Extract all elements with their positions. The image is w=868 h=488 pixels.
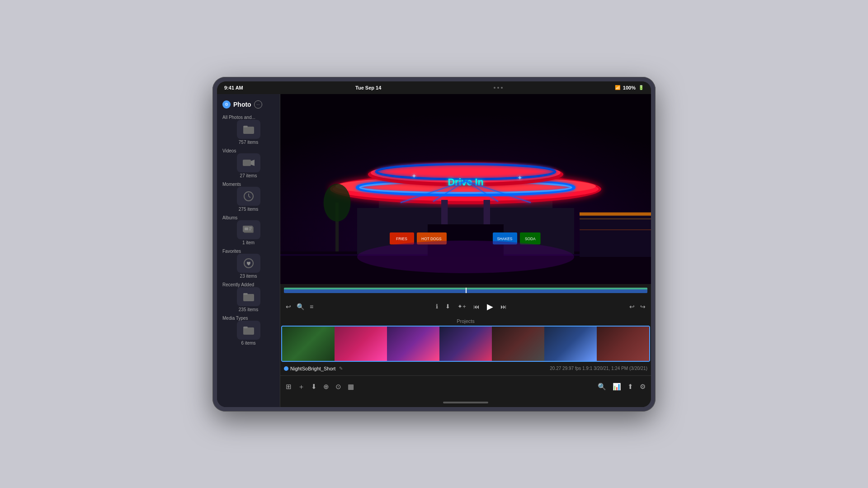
svg-rect-49 (580, 213, 651, 257)
sidebar-item-all-photos[interactable]: All Photos and... 757 items (217, 113, 280, 147)
project-meta: 20.27 29.97 fps 1.9:1 3/20/21, 1:24 PM (… (550, 366, 647, 371)
albums-icon-box (237, 220, 260, 239)
sidebar-item-videos[interactable]: Videos 27 items (217, 147, 280, 180)
videos-count: 27 items (240, 173, 257, 178)
transport-right: ↩ ↪ (629, 303, 646, 310)
all-photos-label: All Photos and... (221, 115, 276, 120)
svg-text:SODA: SODA (525, 236, 536, 241)
battery-percent: 100% (623, 85, 636, 90)
video-icon (243, 159, 255, 167)
media-folder-icon (243, 326, 254, 335)
sidebar-item-moments[interactable]: Moments 275 items (217, 180, 280, 213)
filmstrip[interactable] (281, 326, 650, 362)
status-dots (494, 87, 503, 89)
skip-to-end-button[interactable]: ⏭ (500, 303, 507, 310)
sidebar: ⚙ Photo ··· All Photos and... 757 items (217, 94, 280, 407)
timeline-playhead[interactable] (466, 288, 467, 293)
info-button[interactable]: ℹ (436, 303, 438, 310)
svg-marker-3 (251, 160, 255, 166)
bottom-left-tools: ⊞ ＋ ⬇ ⊕ ⊙ ▦ (286, 383, 354, 391)
svg-text:HOT DOGS: HOT DOGS (421, 236, 442, 241)
back-button[interactable]: ↩ (286, 303, 291, 310)
more-tools-button[interactable]: ▦ (348, 383, 354, 391)
ipad-screen: 9:41 AM Tue Sep 14 📶 100% 🔋 ⚙ Photo ··· (217, 81, 651, 407)
media-types-label: Media Types (221, 316, 276, 321)
svg-rect-11 (249, 229, 251, 230)
all-photos-count: 757 items (239, 140, 258, 145)
settings-button[interactable]: ⚙ (640, 383, 646, 391)
sidebar-item-recently-added[interactable]: Recently Added 235 items (217, 280, 280, 314)
folder-icon (243, 125, 254, 134)
svg-rect-13 (243, 294, 254, 301)
filmstrip-frame-5 (492, 327, 544, 361)
timeline-area[interactable] (280, 284, 651, 297)
svg-point-57 (324, 184, 351, 222)
project-name: NightSoBright_Short (290, 366, 335, 371)
svg-rect-2 (243, 160, 251, 166)
skip-to-start-button[interactable]: ⏮ (473, 303, 480, 310)
sidebar-more-button[interactable]: ··· (254, 100, 262, 109)
recently-added-count: 235 items (239, 307, 258, 312)
transport-left: ↩ 🔍 ≡ (286, 303, 313, 310)
sidebar-item-media-types[interactable]: Media Types 6 items (217, 314, 280, 347)
copy-button[interactable]: ⊕ (323, 383, 329, 391)
svg-text:Drive In: Drive In (448, 176, 483, 187)
status-date: Tue Sep 14 (355, 85, 381, 90)
battery-icon: 🔋 (638, 85, 644, 90)
sidebar-item-favorites[interactable]: Favorites 23 items (217, 247, 280, 280)
library-button[interactable]: ⊞ (286, 383, 292, 391)
video-preview: Drive In (280, 94, 651, 284)
clock-icon (243, 191, 254, 202)
recently-added-label: Recently Added (221, 282, 276, 287)
add-clip-button[interactable]: ✦+ (458, 303, 466, 310)
favorites-icon-box (237, 254, 260, 273)
recently-added-icon-box (237, 287, 260, 306)
filmstrip-frame-4 (439, 327, 492, 361)
filmstrip-frame-6 (544, 327, 597, 361)
filmstrip-frames (282, 327, 649, 361)
videos-label: Videos (221, 148, 276, 153)
project-info-bar: NightSoBright_Short ✎ 20.27 29.97 fps 1.… (280, 362, 651, 375)
status-right: 📶 100% 🔋 (615, 85, 644, 90)
filmstrip-frame-1 (282, 327, 335, 361)
undo-button[interactable]: ↩ (629, 303, 635, 310)
search-button[interactable]: 🔍 (297, 303, 304, 310)
share-button[interactable]: ⬆ (627, 383, 633, 391)
add-button[interactable]: ＋ (298, 383, 305, 391)
moments-label: Moments (221, 182, 276, 187)
albums-label: Albums (221, 215, 276, 220)
svg-text:SHAKES: SHAKES (497, 236, 512, 241)
sidebar-item-albums[interactable]: Albums 1 item (217, 213, 280, 247)
search-tool-button[interactable]: 🔍 (598, 383, 606, 391)
status-time: 9:41 AM (224, 85, 243, 90)
svg-point-55 (357, 241, 574, 273)
video-frame: Drive In (280, 94, 651, 284)
albums-count: 1 item (242, 240, 255, 245)
status-bar: 9:41 AM Tue Sep 14 📶 100% 🔋 (217, 81, 651, 94)
download-button[interactable]: ⬇ (445, 303, 450, 310)
transport-bar: ↩ 🔍 ≡ ℹ ⬇ ✦+ ⏮ ▶ ⏭ ↩ ↪ (280, 297, 651, 317)
filmstrip-frame-7 (597, 327, 649, 361)
home-indicator (280, 398, 651, 407)
sidebar-header: ⚙ Photo ··· (217, 98, 280, 113)
bottom-toolbar: ⊞ ＋ ⬇ ⊕ ⊙ ▦ 🔍 📊 ⬆ ⚙ (280, 375, 651, 398)
home-bar (443, 402, 488, 403)
stats-button[interactable]: 📊 (613, 383, 621, 391)
svg-rect-50 (580, 212, 651, 215)
recently-folder-icon (243, 292, 254, 301)
svg-text:✦: ✦ (411, 172, 417, 180)
all-photos-icon-box (237, 120, 260, 139)
play-button[interactable]: ▶ (487, 302, 493, 312)
album-icon (243, 225, 255, 235)
svg-rect-15 (243, 327, 254, 335)
svg-rect-10 (249, 227, 252, 228)
filmstrip-frame-3 (387, 327, 439, 361)
project-radio (284, 366, 288, 371)
svg-rect-16 (243, 327, 248, 328)
project-name-area: NightSoBright_Short ✎ (284, 366, 550, 371)
redo-button[interactable]: ↪ (640, 303, 646, 310)
project-edit-icon[interactable]: ✎ (339, 366, 343, 371)
export-button[interactable]: ⬇ (311, 383, 317, 391)
filter-button[interactable]: ≡ (310, 303, 313, 310)
paste-button[interactable]: ⊙ (335, 383, 341, 391)
